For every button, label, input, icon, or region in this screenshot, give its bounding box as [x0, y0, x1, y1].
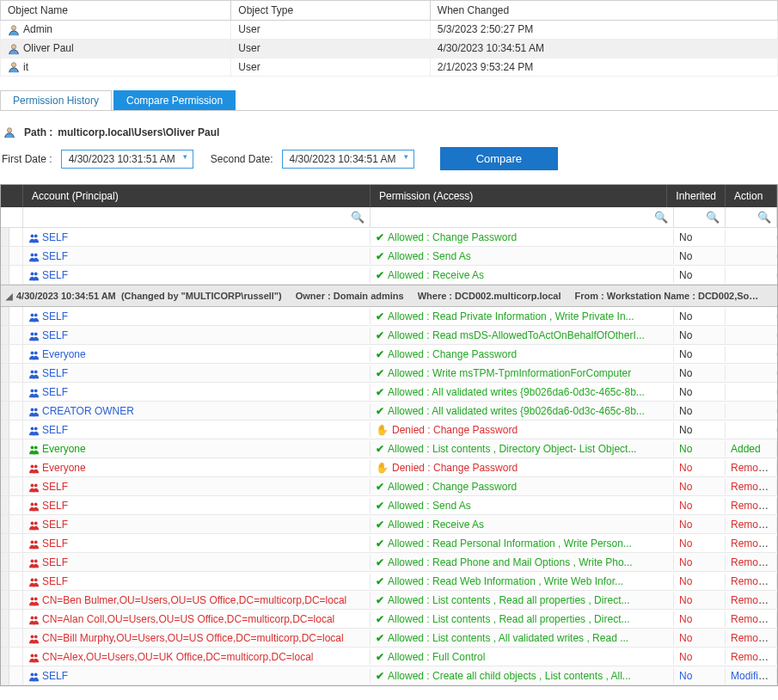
- svg-point-38: [31, 578, 34, 581]
- action-value: [726, 273, 777, 277]
- user-icon: [8, 61, 20, 73]
- table-row[interactable]: SELF✔Allowed : Read Web Information , Wr…: [1, 572, 777, 591]
- grid-header: Account (Principal) Permission (Access) …: [1, 185, 777, 207]
- col-object-type[interactable]: Object Type: [231, 1, 431, 21]
- svg-point-4: [31, 234, 34, 237]
- svg-point-46: [31, 654, 34, 657]
- check-icon: ✔: [376, 613, 384, 625]
- check-icon: ✔: [376, 481, 384, 493]
- inherited-value: No: [679, 386, 692, 398]
- search-icon[interactable]: 🔍: [706, 211, 720, 224]
- table-row[interactable]: SELF✔Allowed : Read Phone and Mail Optio…: [1, 553, 777, 572]
- principal-icon: [28, 350, 40, 360]
- account-name: CREATOR OWNER: [42, 405, 134, 417]
- svg-point-44: [31, 635, 34, 638]
- table-row[interactable]: CN=Alex,OU=Users,OU=UK Office,DC=multico…: [1, 648, 777, 666]
- inherited-value: No: [679, 613, 692, 625]
- inherited-value: No: [679, 670, 692, 682]
- table-row[interactable]: SELF✔Allowed : Receive AsNo: [1, 266, 777, 285]
- filter-row: 🔍 🔍 🔍 🔍: [1, 207, 777, 228]
- account-name: SELF: [42, 556, 68, 568]
- table-row[interactable]: SELF✔Allowed : Read Private Information …: [1, 307, 777, 326]
- col-inherited[interactable]: Inherited: [667, 185, 726, 207]
- group-owner: Owner : Domain admins: [296, 291, 404, 301]
- col-object-name[interactable]: Object Name: [1, 1, 231, 21]
- permission-text: Allowed : Change Password: [388, 481, 517, 493]
- svg-point-48: [31, 672, 34, 676]
- table-row[interactable]: Everyone✔Allowed : Change PasswordNo: [1, 345, 777, 364]
- table-row[interactable]: SELF✔Allowed : Receive AsNoRemoved: [1, 515, 777, 534]
- table-row[interactable]: SELF✔Allowed : Send AsNo: [1, 247, 777, 266]
- object-when: 2/1/2023 9:53:24 PM: [430, 58, 777, 77]
- table-row[interactable]: SELF✔Allowed : Write msTPM-TpmInformatio…: [1, 364, 777, 383]
- permission-text: Allowed : Send As: [388, 500, 471, 512]
- table-row[interactable]: SELF✋Denied : Change PasswordNo: [1, 421, 777, 439]
- svg-point-26: [31, 464, 34, 468]
- table-row[interactable]: SELF✔Allowed : Change PasswordNo: [1, 228, 777, 247]
- account-name: CN=Ben Bulmer,OU=Users,OU=US Office,DC=m…: [42, 594, 346, 606]
- svg-point-25: [34, 445, 38, 449]
- path-row: Path : multicorp.local\Users\Oliver Paul: [3, 126, 775, 138]
- collapse-icon[interactable]: ◢: [6, 292, 13, 301]
- svg-point-1: [11, 44, 15, 48]
- check-icon: ✔: [376, 386, 384, 398]
- check-icon: ✔: [376, 329, 384, 341]
- col-action[interactable]: Action: [726, 185, 777, 207]
- inherited-value: No: [674, 267, 726, 283]
- second-date-picker[interactable]: 4/30/2023 10:34:51 AM: [282, 150, 414, 169]
- user-icon: [8, 24, 20, 36]
- object-when: 4/30/2023 10:34:51 AM: [430, 39, 777, 58]
- inherited-value: No: [679, 367, 692, 379]
- tab-permission-history[interactable]: Permission History: [0, 90, 112, 110]
- action-value: Removed: [731, 537, 775, 550]
- table-row[interactable]: Everyone✋Denied : Change PasswordNoRemov…: [1, 458, 777, 477]
- search-icon[interactable]: 🔍: [351, 211, 364, 224]
- col-when-changed[interactable]: When Changed: [430, 1, 777, 21]
- inherited-value: No: [679, 594, 692, 606]
- search-icon[interactable]: 🔍: [757, 211, 771, 224]
- tab-compare-permission[interactable]: Compare Permission: [113, 90, 236, 110]
- account-name: SELF: [42, 670, 68, 682]
- table-row[interactable]: SELF✔Allowed : Create all child objects …: [1, 666, 777, 685]
- col-permission[interactable]: Permission (Access): [371, 185, 667, 207]
- account-name: SELF: [42, 537, 68, 550]
- table-row[interactable]: SELF✔Allowed : Read msDS-AllowedToActOnB…: [1, 326, 777, 345]
- object-type: User: [231, 39, 431, 58]
- permission-text: Allowed : List contents , Read all prope…: [388, 594, 629, 606]
- object-row[interactable]: Oliver PaulUser4/30/2023 10:34:51 AM: [1, 39, 778, 58]
- first-date-label: First Date :: [2, 153, 52, 165]
- account-name: SELF: [42, 519, 68, 531]
- svg-point-5: [34, 234, 38, 237]
- inherited-value: No: [679, 462, 692, 474]
- svg-point-36: [31, 559, 34, 562]
- table-row[interactable]: CN=Ben Bulmer,OU=Users,OU=US Office,DC=m…: [1, 591, 777, 610]
- expand-col: [1, 185, 23, 207]
- col-account[interactable]: Account (Principal): [23, 185, 371, 207]
- inherited-value: No: [679, 575, 692, 587]
- object-row[interactable]: itUser2/1/2023 9:53:24 PM: [1, 58, 778, 77]
- principal-icon: [28, 653, 40, 663]
- svg-point-7: [34, 253, 38, 256]
- permission-text: Allowed : Receive As: [388, 519, 484, 531]
- permission-text: Allowed : List contents , Read all prope…: [388, 613, 629, 625]
- group-header[interactable]: ◢4/30/2023 10:34:51 AM (Changed by "MULT…: [1, 285, 777, 307]
- svg-point-2: [11, 63, 15, 67]
- action-value: Removed: [731, 632, 775, 644]
- object-table[interactable]: Object Name Object Type When Changed Adm…: [0, 0, 778, 77]
- object-row[interactable]: AdminUser5/3/2023 2:50:27 PM: [1, 21, 778, 40]
- user-icon: [3, 126, 15, 138]
- table-row[interactable]: CN=Bill Murphy,OU=Users,OU=US Office,DC=…: [1, 629, 777, 648]
- first-date-picker[interactable]: 4/30/2023 10:31:51 AM: [61, 150, 193, 169]
- table-row[interactable]: CREATOR OWNER✔Allowed : All validated wr…: [1, 402, 777, 421]
- svg-point-17: [34, 370, 38, 373]
- table-row[interactable]: Everyone✔Allowed : List contents , Direc…: [1, 439, 777, 458]
- inherited-value: No: [679, 310, 692, 322]
- svg-point-10: [31, 313, 34, 316]
- compare-button[interactable]: Compare: [440, 147, 558, 170]
- table-row[interactable]: SELF✔Allowed : Change PasswordNoRemoved: [1, 477, 777, 496]
- table-row[interactable]: CN=Alan Coll,OU=Users,OU=US Office,DC=mu…: [1, 610, 777, 629]
- table-row[interactable]: SELF✔Allowed : Read Personal Information…: [1, 534, 777, 553]
- search-icon[interactable]: 🔍: [654, 211, 668, 224]
- table-row[interactable]: SELF✔Allowed : Send AsNoRemoved: [1, 496, 777, 515]
- table-row[interactable]: SELF✔Allowed : All validated writes {9b0…: [1, 383, 777, 402]
